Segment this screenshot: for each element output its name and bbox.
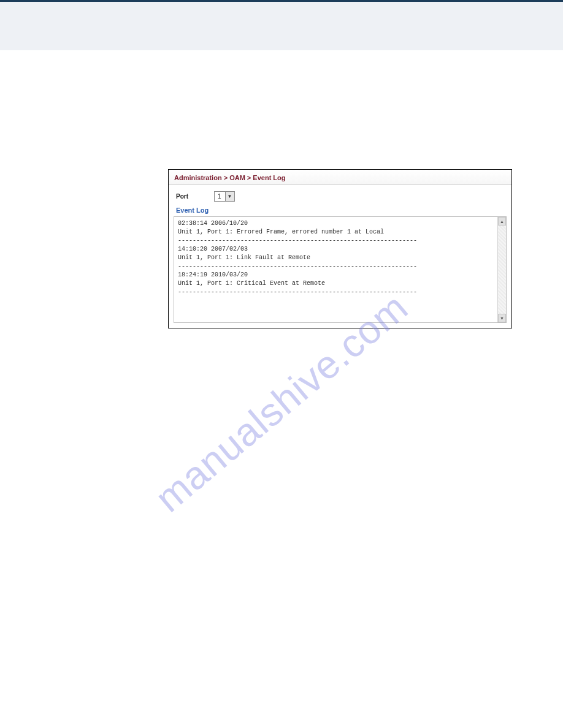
port-select[interactable]: 1 ▼ [214, 191, 235, 202]
port-label: Port [176, 193, 188, 200]
chevron-down-icon[interactable]: ▼ [225, 192, 234, 201]
scrollbar[interactable]: ▲ ▼ [497, 217, 506, 322]
page-body: Administration > OAM > Event Log Port 1 … [0, 50, 563, 728]
event-log-box: 02:38:14 2006/10/20 Unit 1, Port 1: Erro… [174, 216, 507, 323]
scroll-track[interactable] [498, 226, 506, 314]
breadcrumb: Administration > OAM > Event Log [169, 170, 511, 185]
header-band [0, 0, 563, 50]
event-log-panel: Administration > OAM > Event Log Port 1 … [168, 169, 512, 328]
scroll-up-icon[interactable]: ▲ [498, 217, 506, 226]
section-title: Event Log [169, 207, 511, 216]
port-selector-row: Port 1 ▼ [169, 185, 511, 207]
event-log-text[interactable]: 02:38:14 2006/10/20 Unit 1, Port 1: Erro… [174, 217, 497, 322]
scroll-down-icon[interactable]: ▼ [498, 314, 506, 322]
port-select-value: 1 [215, 193, 225, 200]
